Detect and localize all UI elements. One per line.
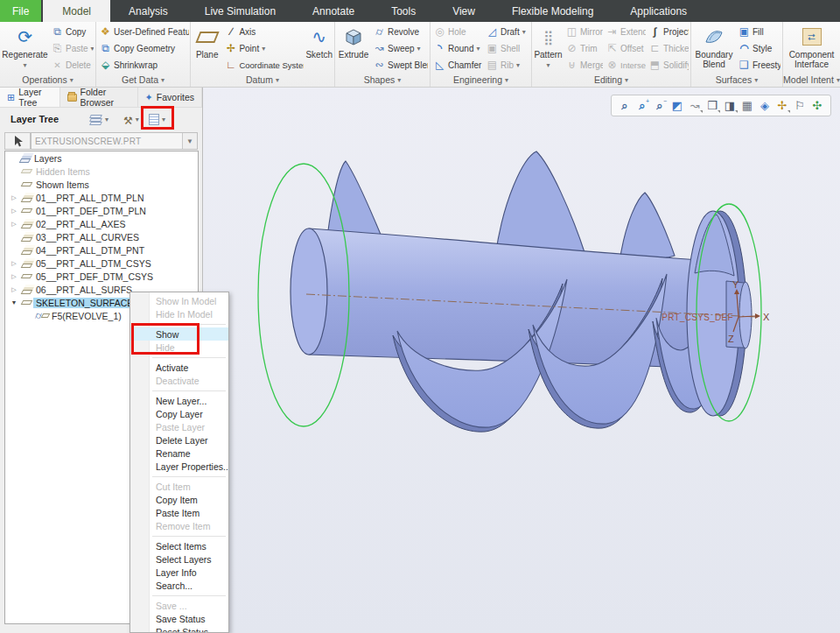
intersect-button[interactable]: Intersect xyxy=(605,57,646,73)
tree-expand-icon[interactable] xyxy=(9,207,19,215)
boundary-blend-button[interactable]: Boundary Blend xyxy=(693,24,735,69)
zoom-out-button[interactable] xyxy=(652,97,668,114)
plane-button[interactable]: Plane xyxy=(192,24,221,60)
context-menu-item[interactable]: Cut Item xyxy=(130,480,228,493)
view-manager-button[interactable] xyxy=(757,97,773,114)
context-menu-item[interactable]: Select Layers xyxy=(130,552,228,566)
group-label-editing[interactable]: Editing xyxy=(532,73,690,87)
layer-options-button[interactable] xyxy=(146,110,168,129)
context-menu-item[interactable]: Delete Layer xyxy=(130,433,228,447)
context-menu-item[interactable] xyxy=(130,473,228,480)
extend-button[interactable]: Extend xyxy=(605,24,646,39)
copy-geometry-button[interactable]: Copy Geometry xyxy=(98,40,189,56)
3d-model-extrusion-screw[interactable] xyxy=(290,151,752,432)
style-button[interactable]: Style xyxy=(737,40,780,56)
coordinate-system-button[interactable]: Coordinate System xyxy=(223,57,304,73)
context-menu-item[interactable]: Show xyxy=(130,327,228,341)
context-menu-item[interactable]: Reset Status xyxy=(130,625,228,633)
display-style-button[interactable] xyxy=(704,97,720,114)
group-label-shapes[interactable]: Shapes xyxy=(335,73,430,87)
context-menu-item[interactable] xyxy=(130,320,228,327)
context-menu-item[interactable]: Save ... xyxy=(130,599,228,612)
model-selector-combo[interactable]: ▼ xyxy=(31,132,198,150)
context-menu-item[interactable]: Paste Layer xyxy=(130,420,228,433)
context-menu-item[interactable]: Search... xyxy=(130,579,228,592)
ribbon-tab[interactable]: Flexible Modeling xyxy=(494,0,612,22)
combo-dropdown-icon[interactable]: ▼ xyxy=(182,133,197,149)
draft-button[interactable]: Draft xyxy=(485,24,528,39)
context-menu-item[interactable]: Select Items xyxy=(130,539,228,552)
extrude-button[interactable]: Extrude xyxy=(337,24,370,60)
context-menu-item[interactable]: Layer Info xyxy=(130,566,228,579)
point-button[interactable]: Point xyxy=(223,40,304,56)
shell-button[interactable]: Shell xyxy=(485,40,528,56)
thicken-button[interactable]: Thicken xyxy=(648,40,689,56)
context-menu-item[interactable]: Layer Properties... xyxy=(130,460,228,473)
ribbon-tab[interactable]: View xyxy=(434,0,494,22)
refit-button[interactable] xyxy=(669,97,685,114)
project-button[interactable]: Project xyxy=(648,24,689,39)
context-menu-item[interactable]: New Layer... xyxy=(130,394,228,407)
solidify-button[interactable]: Solidify xyxy=(648,57,689,73)
repaint-button[interactable] xyxy=(687,97,703,114)
swept-blend-button[interactable]: Swept Blend xyxy=(372,57,428,73)
ribbon-tab[interactable]: Applications xyxy=(612,0,705,22)
zoom-in-button[interactable] xyxy=(634,97,650,114)
context-menu-item[interactable]: Deactivate xyxy=(130,374,228,387)
hole-button[interactable]: Hole xyxy=(432,24,483,39)
trim-button[interactable]: Trim xyxy=(564,40,603,56)
tree-row[interactable]: Layers xyxy=(5,151,198,165)
sweep-button[interactable]: Sweep xyxy=(372,40,428,56)
tree-expand-icon[interactable] xyxy=(9,260,19,267)
context-menu-item[interactable] xyxy=(130,532,228,539)
group-label-surfaces[interactable]: Surfaces xyxy=(691,73,782,87)
context-menu-item[interactable]: Hide xyxy=(130,341,228,354)
annotation-display-button[interactable] xyxy=(792,97,808,114)
ribbon-tab[interactable]: Tools xyxy=(373,0,434,22)
tab-model-active[interactable]: Model xyxy=(43,0,110,22)
context-menu-item[interactable]: Paste Item xyxy=(130,506,228,519)
delete-button[interactable]: Delete xyxy=(50,57,94,73)
tree-row[interactable]: 03__PRT_ALL_CURVES xyxy=(5,230,198,243)
select-cursor-button[interactable] xyxy=(4,132,31,150)
tab-favorites[interactable]: Favorites xyxy=(138,88,202,107)
section-view-button[interactable] xyxy=(722,97,738,114)
user-defined-feature-button[interactable]: User-Defined Feature xyxy=(98,24,189,39)
tree-expand-icon[interactable] xyxy=(9,273,19,280)
axis-button[interactable]: Axis xyxy=(223,24,304,39)
context-menu-item[interactable]: Rename xyxy=(130,447,228,460)
graphics-area[interactable]: X Y Z PRT_CSYS_DEF xyxy=(203,88,840,633)
tree-row[interactable]: 04__PRT_ALL_DTM_PNT xyxy=(5,243,198,257)
context-menu-item[interactable]: Save Status xyxy=(130,612,228,625)
context-menu-item[interactable]: Hide In Model xyxy=(130,307,228,320)
mirror-button[interactable]: Mirror xyxy=(564,24,603,39)
tree-row[interactable]: 01__PRT_ALL_DTM_PLN xyxy=(5,191,198,204)
round-button[interactable]: Round xyxy=(432,40,483,56)
spin-center-button[interactable] xyxy=(809,97,825,114)
model-selector-input[interactable] xyxy=(32,133,182,149)
ribbon-tab[interactable]: Analysis xyxy=(110,0,186,22)
fill-button[interactable]: Fill xyxy=(737,24,780,39)
tab-folder-browser[interactable]: Folder Browser xyxy=(60,88,138,107)
chamfer-button[interactable]: Chamfer xyxy=(432,57,483,73)
saved-orientations-button[interactable] xyxy=(739,97,755,114)
merge-button[interactable]: Merge xyxy=(564,57,603,73)
layer-settings-button[interactable] xyxy=(121,110,142,129)
copy-button[interactable]: Copy xyxy=(50,24,94,39)
revolve-button[interactable]: Revolve xyxy=(372,24,428,39)
context-menu-item[interactable] xyxy=(130,354,228,361)
group-label-model-intent[interactable]: Model Intent xyxy=(783,73,840,87)
component-interface-button[interactable]: Component Interface xyxy=(785,24,838,69)
tree-row[interactable]: 05__PRT_DEF_DTM_CSYS xyxy=(5,270,198,283)
tree-row[interactable]: Shown Items xyxy=(5,178,198,191)
sketch-button[interactable]: Sketch xyxy=(305,24,332,60)
group-label-operations[interactable]: Operations xyxy=(0,73,95,87)
tree-row[interactable]: 05__PRT_ALL_DTM_CSYS xyxy=(5,257,198,270)
freestyle-button[interactable]: Freestyle xyxy=(737,57,780,73)
context-menu-item[interactable]: Remove Item xyxy=(130,519,228,532)
zoom-region-button[interactable] xyxy=(617,97,633,114)
tree-expand-icon[interactable] xyxy=(9,221,19,228)
paste-button[interactable]: Paste xyxy=(50,40,94,56)
group-label-datum[interactable]: Datum xyxy=(191,73,334,87)
offset-button[interactable]: Offset xyxy=(605,40,646,56)
